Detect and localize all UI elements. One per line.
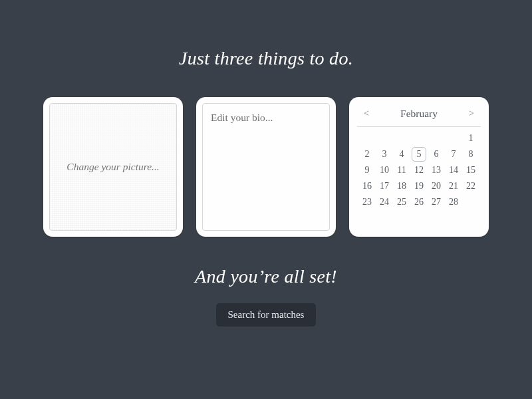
- search-matches-button[interactable]: Search for matches: [216, 303, 317, 327]
- calendar-day[interactable]: 3: [376, 147, 393, 162]
- calendar-day[interactable]: 22: [462, 179, 479, 194]
- calendar-day[interactable]: 24: [376, 195, 393, 209]
- calendar-day[interactable]: 12: [410, 163, 428, 178]
- calendar-day[interactable]: 17: [376, 179, 393, 194]
- calendar-day[interactable]: 13: [428, 163, 445, 178]
- calendar-day[interactable]: 2: [358, 147, 376, 162]
- calendar-month-label: February: [400, 108, 438, 120]
- calendar-day-empty: [410, 131, 428, 146]
- picture-dropzone[interactable]: Change your picture...: [49, 103, 177, 231]
- picture-placeholder: Change your picture...: [66, 161, 159, 173]
- calendar-day[interactable]: 14: [445, 163, 462, 178]
- calendar-prev-button[interactable]: <: [361, 108, 372, 119]
- calendar-day[interactable]: 15: [462, 163, 479, 178]
- calendar-day[interactable]: 25: [393, 195, 410, 209]
- calendar-day[interactable]: 5: [412, 147, 426, 162]
- cards-row: Change your picture... Edit your bio... …: [43, 97, 489, 237]
- calendar-day-empty: [376, 131, 393, 146]
- calendar-day[interactable]: 11: [393, 163, 410, 178]
- calendar-next-button[interactable]: >: [466, 108, 477, 119]
- bio-card[interactable]: Edit your bio...: [196, 97, 336, 237]
- calendar-day[interactable]: 21: [445, 179, 462, 194]
- picture-card[interactable]: Change your picture...: [43, 97, 183, 237]
- calendar-day[interactable]: 23: [358, 195, 376, 209]
- page-subheading: And you’re all set!: [195, 266, 337, 287]
- bio-textarea[interactable]: Edit your bio...: [202, 103, 330, 231]
- calendar-day-empty: [428, 131, 445, 146]
- calendar-day[interactable]: 20: [428, 179, 445, 194]
- calendar-day[interactable]: 19: [410, 179, 428, 194]
- calendar-day[interactable]: 28: [445, 195, 462, 209]
- calendar-day[interactable]: 26: [410, 195, 428, 209]
- calendar-day-empty: [393, 131, 410, 146]
- page-heading: Just three things to do.: [179, 48, 353, 69]
- calendar-day[interactable]: 6: [428, 147, 445, 162]
- calendar-day-empty: [445, 131, 462, 146]
- calendar-day-empty: [358, 131, 376, 146]
- calendar-day[interactable]: 1: [462, 131, 479, 146]
- calendar-day[interactable]: 16: [358, 179, 376, 194]
- calendar-card[interactable]: < February > 123456789101112131415161718…: [349, 97, 489, 237]
- calendar-grid: 1234567891011121314151617181920212223242…: [357, 127, 481, 211]
- bio-placeholder: Edit your bio...: [211, 112, 273, 123]
- calendar-day[interactable]: 7: [445, 147, 462, 162]
- calendar-day[interactable]: 8: [462, 147, 479, 162]
- calendar-day[interactable]: 27: [428, 195, 445, 209]
- calendar-day[interactable]: 9: [358, 163, 376, 178]
- calendar-header: < February >: [357, 104, 481, 127]
- calendar-day[interactable]: 4: [393, 147, 410, 162]
- calendar-day[interactable]: 18: [393, 179, 410, 194]
- calendar-day[interactable]: 10: [376, 163, 393, 178]
